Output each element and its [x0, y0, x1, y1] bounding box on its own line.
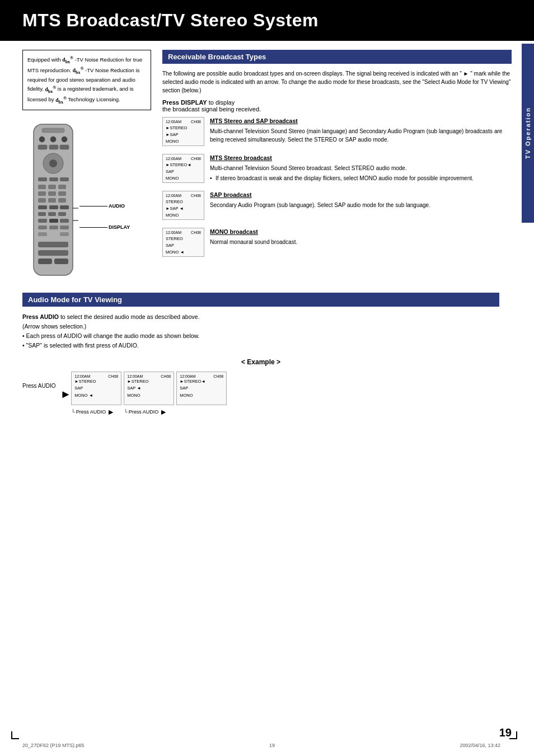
svg-rect-29: [49, 219, 58, 223]
flow-arrow-3: ►: [160, 407, 167, 416]
svg-rect-35: [60, 232, 69, 236]
remote-illustration: AUDIO DISPLAY: [28, 121, 151, 284]
display-mono: 12:00AMCH08 STEREO SAP MONO ◄: [162, 228, 204, 257]
main-content: Equipped with dbx® -TV Noise Reduction f…: [0, 41, 534, 284]
svg-rect-33: [60, 226, 69, 229]
svg-rect-10: [38, 177, 47, 181]
tv-operation-sidebar: TV Operation: [522, 44, 534, 223]
dbx-logo-1: dbx®: [62, 57, 73, 63]
page-title: MTS Broadcast/TV Stereo System: [22, 10, 512, 31]
svg-point-4: [62, 137, 67, 142]
svg-rect-15: [58, 185, 66, 189]
svg-point-3: [50, 137, 56, 142]
footer-left: 20_27DF62 (P19 MTS).p65: [22, 743, 85, 748]
svg-rect-21: [58, 198, 66, 203]
flow-display-1-col: 12:00AMCH08 ►STEREO SAP MONO ◄ └ Press A…: [71, 372, 121, 416]
press-display-text: Press DISPLAY to displaythe broadcast si…: [162, 99, 512, 112]
svg-rect-18: [58, 191, 66, 196]
corner-mark-tl: [11, 28, 19, 36]
svg-rect-11: [49, 177, 58, 181]
flow-display-3-col: 12:00AMCH08 ►STEREO◄ SAP MONO: [176, 372, 227, 405]
press-audio-3-corner: └: [124, 409, 127, 415]
svg-rect-1: [42, 128, 64, 133]
footer: 20_27DF62 (P19 MTS).p65 19 2002/04/16, 1…: [22, 743, 500, 748]
display-sap: 12:00AMCH08 STEREO ►SAP ◄ MONO: [162, 191, 204, 220]
dbx-logo-2: dbx®: [73, 68, 84, 73]
svg-rect-13: [38, 185, 46, 189]
press-audio-3-label: Press AUDIO: [129, 409, 159, 415]
svg-point-2: [39, 137, 45, 142]
display-label: DISPLAY: [109, 224, 130, 230]
press-audio-start: Press AUDIO: [22, 383, 55, 389]
desc-sap: SAP broadcast Secondary Audio Program (s…: [210, 191, 512, 209]
audio-mode-body: Press AUDIO to select the desired audio …: [22, 312, 499, 350]
display-arrow-line: [79, 227, 107, 228]
intro-text: The following are possible audio broadca…: [162, 69, 512, 95]
flow-display-1: 12:00AMCH08 ►STEREO SAP MONO ◄: [71, 372, 121, 405]
svg-rect-6: [49, 145, 58, 149]
svg-rect-12: [60, 177, 69, 181]
svg-rect-16: [38, 191, 46, 196]
desc-mts-stereo: MTS Stereo broadcast Multi-channel Telev…: [210, 154, 512, 182]
title-mts-stereo: MTS Stereo broadcast: [210, 154, 512, 163]
svg-rect-28: [38, 219, 47, 223]
right-column: Receivable Broadcast Types The following…: [162, 50, 512, 284]
dbx-info-box: Equipped with dbx® -TV Noise Reduction f…: [22, 50, 151, 110]
dbx-logo-3: dbx®: [45, 87, 57, 92]
svg-rect-24: [60, 205, 69, 209]
left-column: Equipped with dbx® -TV Noise Reduction f…: [22, 50, 151, 284]
broadcast-row-mono: 12:00AMCH08 STEREO SAP MONO ◄ MONO broad…: [162, 228, 512, 257]
display-mts-stereo-sap: 12:00AMCH08 ►STEREO ►SAP MONO: [162, 117, 204, 146]
title-section: MTS Broadcast/TV Stereo System: [0, 0, 534, 41]
desc-mono: MONO broadcast Normal monaural sound bro…: [210, 228, 512, 246]
example-section: < Example > Press AUDIO ► 12:00AMCH08 ►S…: [0, 358, 534, 416]
footer-center: 19: [269, 743, 275, 748]
page-number: 19: [499, 726, 512, 739]
audio-label: AUDIO: [109, 203, 125, 209]
title-sap: SAP broadcast: [210, 191, 512, 200]
example-flow: Press AUDIO ► 12:00AMCH08 ►STEREO SAP MO…: [22, 372, 499, 416]
remote-svg: [28, 121, 78, 284]
broadcast-row-mts-stereo-sap: 12:00AMCH08 ►STEREO ►SAP MONO MTS Stereo…: [162, 117, 512, 146]
svg-rect-7: [60, 145, 69, 149]
svg-rect-36: [38, 242, 68, 247]
svg-rect-37: [38, 250, 68, 256]
title-mts-stereo-sap: MTS Stereo and SAP broadcast: [210, 117, 512, 126]
press-audio-2-corner: └: [71, 409, 74, 415]
flow-display-2: 12:00AMCH08 ►STEREO SAP ◄ MONO: [124, 372, 174, 405]
svg-rect-30: [60, 219, 69, 223]
audio-mode-header: Audio Mode for TV Viewing: [22, 293, 499, 307]
svg-point-9: [49, 159, 57, 167]
desc-mts-stereo-sap: MTS Stereo and SAP broadcast Multi-chann…: [210, 117, 512, 144]
svg-rect-31: [38, 226, 47, 229]
svg-rect-39: [54, 259, 68, 264]
broadcast-row-mts-stereo: 12:00AMCH08 ►STEREO◄ SAP MONO MTS Stereo…: [162, 154, 512, 183]
svg-rect-26: [48, 212, 56, 216]
press-audio-2-group: └ Press AUDIO ►: [71, 407, 115, 416]
title-mono: MONO broadcast: [210, 228, 512, 237]
press-audio-start-label: Press AUDIO: [22, 383, 55, 389]
receivable-header: Receivable Broadcast Types: [162, 50, 512, 64]
audio-label-group: AUDIO: [79, 203, 130, 209]
svg-rect-34: [38, 232, 47, 236]
svg-rect-22: [38, 205, 47, 209]
svg-rect-38: [38, 259, 52, 264]
svg-rect-14: [48, 185, 56, 189]
press-audio-3-group: └ Press AUDIO ►: [124, 407, 167, 416]
svg-rect-17: [48, 191, 56, 196]
svg-rect-20: [48, 198, 56, 203]
audio-mode-section: Audio Mode for TV Viewing Press AUDIO to…: [0, 293, 534, 350]
svg-rect-19: [38, 198, 46, 203]
remote-labels: AUDIO DISPLAY: [79, 203, 130, 230]
example-title: < Example >: [22, 358, 499, 366]
svg-rect-32: [49, 226, 58, 229]
flow-arrow-2: ►: [107, 407, 115, 416]
svg-rect-5: [38, 145, 47, 149]
audio-arrow-line: [79, 206, 107, 206]
broadcast-row-sap: 12:00AMCH08 STEREO ►SAP ◄ MONO SAP broad…: [162, 191, 512, 220]
press-audio-2-label: Press AUDIO: [76, 409, 106, 415]
flow-display-3: 12:00AMCH08 ►STEREO◄ SAP MONO: [176, 372, 227, 405]
display-mts-stereo: 12:00AMCH08 ►STEREO◄ SAP MONO: [162, 154, 204, 183]
corner-mark-tr: [509, 28, 517, 36]
display-label-group: DISPLAY: [79, 224, 130, 230]
